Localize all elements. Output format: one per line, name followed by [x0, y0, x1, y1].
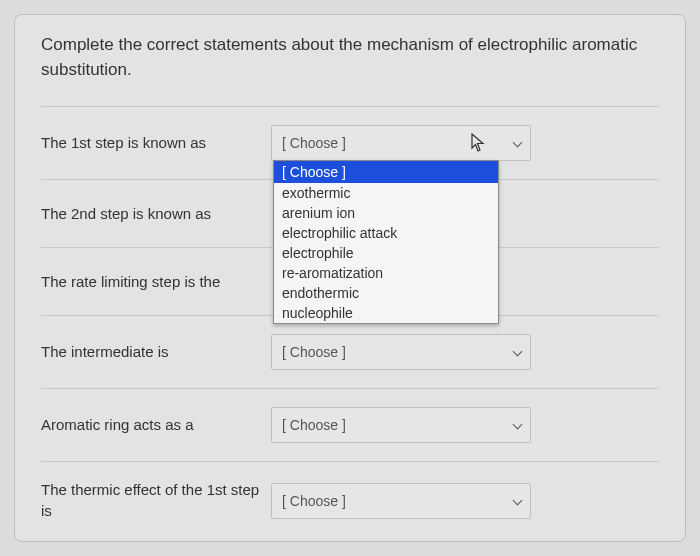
chevron-down-icon [512, 347, 522, 357]
statement-label: The thermic effect of the 1st step is [41, 480, 271, 521]
dropdown-menu: [ Choose ] exothermic arenium ion electr… [273, 160, 499, 324]
dropdown-option[interactable]: nucleophile [274, 303, 498, 323]
select-value: [ Choose ] [282, 493, 346, 509]
statement-label: The intermediate is [41, 342, 271, 362]
question-prompt: Complete the correct statements about th… [41, 33, 659, 82]
chevron-down-icon [512, 496, 522, 506]
choice-select-1[interactable]: [ Choose ] [271, 125, 531, 161]
statement-row: Aromatic ring acts as a [ Choose ] [41, 388, 659, 461]
dropdown-placeholder[interactable]: [ Choose ] [274, 161, 498, 183]
dropdown-option[interactable]: endothermic [274, 283, 498, 303]
select-value: [ Choose ] [282, 344, 346, 360]
statement-label: Aromatic ring acts as a [41, 415, 271, 435]
statement-row: The intermediate is [ Choose ] [41, 315, 659, 388]
chevron-down-icon [512, 138, 522, 148]
dropdown-option[interactable]: electrophile [274, 243, 498, 263]
select-value: [ Choose ] [282, 135, 346, 151]
dropdown-option[interactable]: arenium ion [274, 203, 498, 223]
statement-label: The 1st step is known as [41, 133, 271, 153]
select-value: [ Choose ] [282, 417, 346, 433]
choice-select-5[interactable]: [ Choose ] [271, 407, 531, 443]
dropdown-option[interactable]: re-aromatization [274, 263, 498, 283]
choice-select-4[interactable]: [ Choose ] [271, 334, 531, 370]
statement-label: The 2nd step is known as [41, 204, 271, 224]
dropdown-option[interactable]: electrophilic attack [274, 223, 498, 243]
dropdown-option[interactable]: exothermic [274, 183, 498, 203]
statement-row: The thermic effect of the 1st step is [ … [41, 461, 659, 539]
choice-select-6[interactable]: [ Choose ] [271, 483, 531, 519]
statement-label: The rate limiting step is the [41, 272, 271, 292]
chevron-down-icon [512, 420, 522, 430]
question-card: Complete the correct statements about th… [14, 14, 686, 542]
